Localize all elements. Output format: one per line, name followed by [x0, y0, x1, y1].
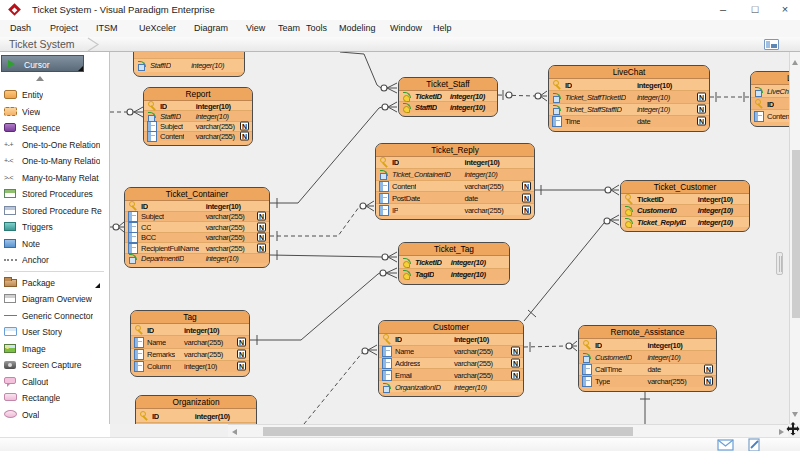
tab-ticket-system[interactable]: Ticket System — [9, 38, 75, 50]
one-to-one-relationship-icon: +-+ — [4, 140, 18, 150]
vertical-scroll-thumb[interactable] — [792, 150, 800, 318]
palette-scroll-up-icon[interactable] — [36, 76, 44, 81]
sidebar-item-entity[interactable]: Entity — [0, 87, 110, 103]
tool-palette: Cursor EntityViewSequence+-+One-to-One R… — [0, 52, 110, 437]
menu-uexceler[interactable]: UeXceler — [139, 23, 176, 33]
panel-grip-handle[interactable] — [776, 252, 783, 275]
anchor-icon — [4, 255, 18, 265]
triggers-icon — [4, 222, 18, 232]
oval-icon — [4, 410, 18, 420]
menu-window[interactable]: Window — [390, 23, 422, 33]
minimize-button[interactable]: – — [715, 2, 731, 18]
title-bar: Ticket System - Visual Paradigm Enterpri… — [0, 0, 800, 20]
sidebar-item-label: Stored Procedures — [22, 189, 93, 199]
scroll-up-arrow-icon[interactable] — [792, 60, 798, 65]
sidebar-item-oval[interactable]: Oval — [0, 407, 110, 423]
menu-diagram[interactable]: Diagram — [194, 23, 228, 33]
sidebar-item-label: Entity — [22, 90, 43, 100]
sidebar-item-stored-procedures[interactable]: Stored Procedures — [0, 186, 110, 202]
sidebar-item-label: Diagram Overview — [22, 294, 92, 304]
close-button[interactable]: × — [777, 2, 793, 18]
sidebar-item-one-to-one-relation[interactable]: +-+One-to-One Relation — [0, 137, 110, 153]
sidebar-item-label: Anchor — [22, 255, 49, 265]
user-story-icon — [4, 327, 18, 337]
application-window: Ticket System - Visual Paradigm Enterpri… — [0, 0, 800, 451]
sidebar-item-image[interactable]: Image — [0, 341, 110, 357]
sidebar-item-label: Callout — [22, 377, 48, 387]
screen-capture-icon — [4, 360, 18, 370]
menu-project[interactable]: Project — [50, 23, 78, 33]
sidebar-item-one-to-many-relatio[interactable]: +-<One-to-Many Relatio — [0, 153, 110, 169]
sidebar-item-generic-connector[interactable]: Generic Connector — [0, 308, 110, 324]
sidebar-item-stored-procedure-re[interactable]: Stored Procedure Re — [0, 203, 110, 219]
palette-bottom — [0, 424, 110, 437]
sidebar-item-label: Many-to-Many Relat — [22, 173, 99, 183]
menu-modeling[interactable]: Modeling — [339, 23, 376, 33]
sidebar-item-package[interactable]: Package — [0, 275, 110, 291]
maximize-button[interactable]: □ — [747, 2, 763, 18]
sidebar-item-label: Sequence — [22, 123, 60, 133]
dropdown-corner — [78, 66, 83, 71]
sidebar-item-label: View — [22, 107, 40, 117]
menu-tools[interactable]: Tools — [306, 23, 327, 33]
cursor-icon — [8, 60, 15, 68]
vertical-scrollbar[interactable] — [789, 52, 800, 424]
tab-bar: Ticket System — [0, 37, 800, 52]
sidebar-item-sequence[interactable]: Sequence — [0, 120, 110, 136]
sidebar-item-label: Image — [22, 344, 46, 354]
scroll-left-arrow-icon[interactable] — [232, 429, 237, 435]
sidebar-item-label: Oval — [22, 410, 39, 420]
rectangle-icon — [4, 393, 18, 403]
sidebar-item-anchor[interactable]: Anchor — [0, 252, 110, 268]
menu-help[interactable]: Help — [433, 23, 452, 33]
sidebar-item-label: Screen Capture — [22, 360, 82, 370]
sidebar-item-diagram-overview[interactable]: Diagram Overview — [0, 291, 110, 307]
stored-procedures-icon — [4, 189, 18, 199]
scroll-right-arrow-icon[interactable] — [779, 429, 784, 435]
horizontal-scroll-thumb[interactable] — [263, 427, 633, 436]
diagram-canvas[interactable]: StaffIDinteger(10)ReportIDinteger(10)Sta… — [110, 52, 789, 424]
horizontal-scrollbar[interactable] — [228, 424, 788, 437]
sidebar-item-triggers[interactable]: Triggers — [0, 219, 110, 235]
menu-view[interactable]: View — [246, 23, 265, 33]
sidebar-item-cursor[interactable]: Cursor — [1, 55, 84, 72]
edit-document-icon[interactable] — [748, 438, 762, 451]
menu-dash[interactable]: Dash — [10, 23, 31, 33]
many-to-many-relationship-icon: >-< — [4, 173, 18, 183]
message-icon[interactable] — [717, 439, 735, 451]
status-bar — [0, 437, 800, 451]
generic-connector-icon — [4, 311, 18, 321]
relationship-connectors — [110, 52, 789, 424]
sidebar-item-label: User Story — [22, 327, 62, 337]
menu-bar: DashProjectITSMUeXcelerDiagramViewTeamTo… — [0, 20, 800, 37]
sidebar-item-label: Generic Connector — [22, 311, 93, 321]
sidebar-item-label: One-to-One Relation — [22, 140, 100, 150]
sidebar-item-label: Rectangle — [22, 393, 60, 403]
view-icon — [4, 107, 18, 117]
pan-tool-icon[interactable] — [786, 422, 800, 436]
sidebar-item-label: Triggers — [22, 222, 53, 232]
note-icon — [4, 239, 18, 249]
sequence-icon — [4, 123, 18, 133]
tab-chevron — [86, 37, 106, 52]
sidebar-item-many-to-many-relat[interactable]: >-<Many-to-Many Relat — [0, 170, 110, 186]
callout-icon — [4, 377, 18, 387]
stored-procedure-resultset-icon — [4, 206, 18, 216]
panel-toggle-icon[interactable] — [764, 39, 779, 50]
scroll-down-arrow-icon[interactable] — [792, 412, 798, 417]
palette-separator — [4, 271, 104, 272]
menu-itsm[interactable]: ITSM — [96, 23, 118, 33]
sidebar-item-view[interactable]: View — [0, 104, 110, 120]
image-icon — [4, 344, 18, 354]
sidebar-item-user-story[interactable]: User Story — [0, 324, 110, 340]
sidebar-item-rectangle[interactable]: Rectangle — [0, 390, 110, 406]
entity-icon — [4, 90, 18, 100]
sidebar-item-label: One-to-Many Relatio — [22, 156, 100, 166]
menu-team[interactable]: Team — [278, 23, 300, 33]
visual-paradigm-logo-icon — [8, 3, 21, 16]
sidebar-item-callout[interactable]: Callout — [0, 374, 110, 390]
sidebar-item-note[interactable]: Note — [0, 236, 110, 252]
window-title: Ticket System - Visual Paradigm Enterpri… — [32, 4, 215, 15]
sidebar-item-label: Stored Procedure Re — [22, 206, 102, 216]
sidebar-item-screen-capture[interactable]: Screen Capture — [0, 357, 110, 373]
